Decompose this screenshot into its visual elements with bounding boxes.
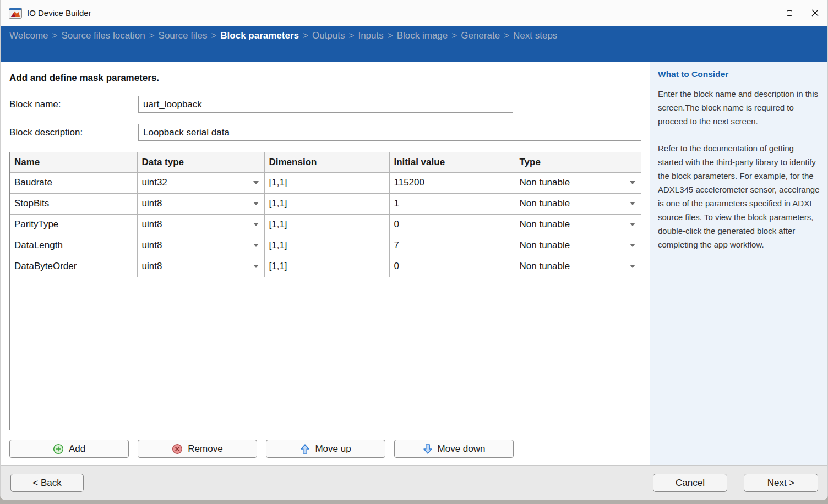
back-button[interactable]: < Back xyxy=(10,474,84,492)
breadcrumb-separator: > xyxy=(349,30,355,41)
dimension-cell[interactable]: [1,1] xyxy=(264,256,389,277)
next-button[interactable]: Next > xyxy=(744,474,818,492)
breadcrumb-separator: > xyxy=(504,30,509,41)
initial-value-cell[interactable]: 7 xyxy=(389,235,515,256)
dimension-cell[interactable]: [1,1] xyxy=(264,214,389,235)
dropdown-caret-icon xyxy=(630,244,635,247)
sidebar-paragraph: Refer to the documentation of getting st… xyxy=(658,141,820,251)
data-type-dropdown[interactable]: uint8 xyxy=(137,214,264,235)
add-icon xyxy=(53,443,64,454)
type-value: Non tunable xyxy=(520,198,570,209)
move-up-icon xyxy=(300,443,310,454)
type-value: Non tunable xyxy=(520,219,570,230)
table-row: DataLength uint8 [1,1] 7 Non tunable xyxy=(10,235,641,256)
data-type-dropdown[interactable]: uint8 xyxy=(137,193,264,214)
data-type-value: uint8 xyxy=(142,198,162,209)
type-dropdown[interactable]: Non tunable xyxy=(515,235,641,256)
block-description-label: Block description: xyxy=(9,127,138,138)
breadcrumb-item-welcome: Welcome xyxy=(9,30,48,41)
data-type-value: uint8 xyxy=(142,261,162,272)
move-down-icon xyxy=(423,443,433,454)
dimension-cell[interactable]: [1,1] xyxy=(264,172,389,193)
breadcrumb-item-source-files: Source files xyxy=(159,30,208,41)
initial-value-cell[interactable]: 115200 xyxy=(389,172,515,193)
column-header-initial-value: Initial value xyxy=(389,152,515,172)
initial-value-cell[interactable]: 0 xyxy=(389,214,515,235)
table-row: ParityType uint8 [1,1] 0 Non tunable xyxy=(10,214,641,235)
move-down-button-label: Move down xyxy=(438,443,486,454)
app-window: IO Device Builder Welcome>Source files l… xyxy=(0,0,828,500)
column-header-data-type: Data type xyxy=(137,152,264,172)
param-name-cell[interactable]: Baudrate xyxy=(10,172,137,193)
block-description-input[interactable] xyxy=(138,124,641,141)
type-dropdown[interactable]: Non tunable xyxy=(515,256,641,277)
breadcrumb-item-block-image: Block image xyxy=(397,30,448,41)
cancel-button[interactable]: Cancel xyxy=(653,474,727,492)
breadcrumb-item-generate: Generate xyxy=(461,30,500,41)
data-type-dropdown[interactable]: uint8 xyxy=(137,235,264,256)
table-row: Baudrate uint32 [1,1] 115200 Non tunable xyxy=(10,172,641,193)
breadcrumb-separator: > xyxy=(303,30,308,41)
breadcrumb-separator: > xyxy=(52,30,58,41)
data-type-value: uint32 xyxy=(142,177,167,188)
dropdown-caret-icon xyxy=(253,265,259,268)
type-value: Non tunable xyxy=(520,177,570,188)
breadcrumb-item-source-files-location: Source files location xyxy=(61,30,145,41)
type-value: Non tunable xyxy=(520,261,570,272)
initial-value-cell[interactable]: 0 xyxy=(389,256,515,277)
dropdown-caret-icon xyxy=(253,181,259,184)
page-title: Add and define mask parameters. xyxy=(9,73,641,84)
breadcrumb-separator: > xyxy=(451,30,457,41)
column-header-dimension: Dimension xyxy=(264,152,389,172)
dimension-cell[interactable]: [1,1] xyxy=(264,193,389,214)
param-name-cell[interactable]: ParityType xyxy=(10,214,137,235)
dropdown-caret-icon xyxy=(253,223,259,226)
minimize-icon xyxy=(761,13,767,13)
table-row: DataByteOrder uint8 [1,1] 0 Non tunable xyxy=(10,256,641,277)
move-up-button[interactable]: Move up xyxy=(266,440,385,458)
move-down-button[interactable]: Move down xyxy=(394,440,514,458)
maximize-icon xyxy=(787,10,792,16)
remove-icon xyxy=(172,443,183,454)
breadcrumb-item-inputs: Inputs xyxy=(358,30,383,41)
block-name-label: Block name: xyxy=(9,99,138,110)
param-name-cell[interactable]: DataLength xyxy=(10,235,137,256)
dropdown-caret-icon xyxy=(253,202,259,205)
type-dropdown[interactable]: Non tunable xyxy=(515,214,641,235)
breadcrumb-item-outputs: Outputs xyxy=(312,30,345,41)
maximize-button[interactable] xyxy=(777,0,802,26)
initial-value-cell[interactable]: 1 xyxy=(389,193,515,214)
param-name-cell[interactable]: StopBits xyxy=(10,193,137,214)
remove-button[interactable]: Remove xyxy=(138,440,257,458)
matlab-app-icon xyxy=(9,8,22,19)
data-type-value: uint8 xyxy=(142,219,162,230)
table-header-row: Name Data type Dimension Initial value T… xyxy=(10,152,641,172)
dimension-cell[interactable]: [1,1] xyxy=(264,235,389,256)
move-up-button-label: Move up xyxy=(315,443,351,454)
breadcrumb: Welcome>Source files location>Source fil… xyxy=(9,30,819,41)
window-title: IO Device Builder xyxy=(27,8,91,18)
dropdown-caret-icon xyxy=(630,265,635,268)
data-type-dropdown[interactable]: uint8 xyxy=(137,256,264,277)
add-button[interactable]: Add xyxy=(9,440,129,458)
data-type-dropdown[interactable]: uint32 xyxy=(137,172,264,193)
param-name-cell[interactable]: DataByteOrder xyxy=(10,256,137,277)
block-name-input[interactable] xyxy=(138,96,513,113)
type-dropdown[interactable]: Non tunable xyxy=(515,193,641,214)
minimize-button[interactable] xyxy=(751,0,777,26)
data-type-value: uint8 xyxy=(142,240,162,251)
wizard-step-banner: Welcome>Source files location>Source fil… xyxy=(1,26,827,62)
help-sidebar: What to Consider Enter the block name an… xyxy=(650,62,827,465)
type-value: Non tunable xyxy=(520,240,570,251)
dropdown-caret-icon xyxy=(630,181,635,184)
breadcrumb-item-next-steps: Next steps xyxy=(513,30,557,41)
table-row: StopBits uint8 [1,1] 1 Non tunable xyxy=(10,193,641,214)
add-button-label: Add xyxy=(69,443,85,454)
type-dropdown[interactable]: Non tunable xyxy=(515,172,641,193)
dropdown-caret-icon xyxy=(630,202,635,205)
table-toolbar: Add Remove Move up xyxy=(9,440,641,458)
remove-button-label: Remove xyxy=(188,443,222,454)
footer-bar: < Back Cancel Next > xyxy=(1,465,827,500)
close-button[interactable] xyxy=(802,0,827,26)
main-panel: Add and define mask parameters. Block na… xyxy=(1,62,650,465)
